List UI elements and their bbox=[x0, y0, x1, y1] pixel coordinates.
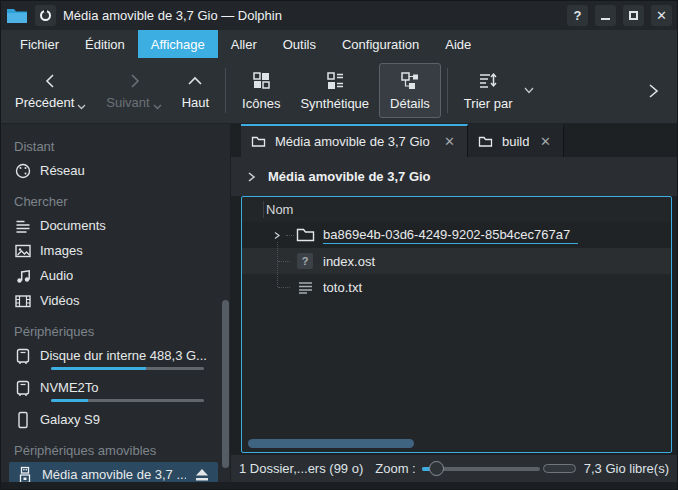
unknown-file-icon: ? bbox=[295, 252, 315, 270]
sort-icon bbox=[477, 70, 499, 92]
menu-edition[interactable]: Édition bbox=[72, 30, 138, 58]
sidebar-item-reseau[interactable]: Réseau bbox=[1, 158, 230, 183]
compact-view-label: Synthétique bbox=[300, 96, 369, 111]
horizontal-scrollbar[interactable] bbox=[248, 439, 414, 448]
column-header-nom[interactable]: Nom bbox=[242, 197, 671, 222]
free-space-label: 7,3 Gio libre(s) bbox=[584, 461, 669, 476]
compact-view-button[interactable]: Synthétique bbox=[290, 58, 379, 123]
sidebar-item-media-amovible[interactable]: Média amovible de 3,7 ... bbox=[9, 462, 218, 482]
places-panel: Distant Réseau Chercher bbox=[1, 124, 231, 482]
sidebar-item-label: Galaxy S9 bbox=[40, 412, 100, 427]
toolbar: Précédent Suivant Haut bbox=[1, 58, 677, 124]
chevron-right-icon bbox=[645, 82, 661, 100]
sidebar-scrollbar[interactable] bbox=[222, 300, 229, 468]
titlebar: Média amovible de 3,7 Gio — Dolphin ? ✕ bbox=[1, 1, 677, 30]
chevron-right-icon[interactable] bbox=[247, 171, 257, 183]
main-pane: Média amovible de 3,7 Gio ✕ build ✕ bbox=[231, 124, 677, 482]
up-button[interactable]: Haut bbox=[172, 58, 219, 123]
folder-icon bbox=[295, 226, 315, 244]
image-icon bbox=[13, 241, 32, 260]
selection-summary: 1 Dossier,...ers (99 o) bbox=[239, 461, 363, 476]
menu-affichage[interactable]: Affichage bbox=[138, 30, 218, 58]
sidebar-item-label: Disque dur interne 488,3 G... bbox=[40, 348, 207, 363]
hard-drive-icon bbox=[13, 378, 32, 397]
caret-down-icon bbox=[77, 104, 86, 110]
hard-drive-icon bbox=[13, 346, 32, 365]
details-view-icon bbox=[399, 70, 421, 92]
window-bottom-edge bbox=[1, 482, 677, 489]
removable-media-window-icon[interactable] bbox=[35, 5, 56, 26]
sidebar-item-label: NVME2To bbox=[40, 380, 99, 395]
file-name[interactable]: ba869e4b-03d6-4249-9202-85b4cec767a7 bbox=[323, 227, 578, 244]
close-button[interactable]: ✕ bbox=[651, 5, 672, 26]
status-bar: 1 Dossier,...ers (99 o) Zoom : 7,3 Gio l… bbox=[231, 455, 677, 482]
back-label: Précédent bbox=[15, 95, 74, 110]
minimize-button[interactable] bbox=[595, 5, 616, 26]
breadcrumb-location[interactable]: Média amovible de 3,7 Gio bbox=[268, 169, 431, 184]
menu-configuration[interactable]: Configuration bbox=[329, 30, 432, 58]
compact-view-icon bbox=[324, 70, 346, 92]
sidebar-item-label: Vidéos bbox=[40, 293, 80, 308]
sidebar-item-label: Audio bbox=[40, 268, 73, 283]
file-row-folder[interactable]: ba869e4b-03d6-4249-9202-85b4cec767a7 bbox=[242, 222, 671, 248]
back-button[interactable]: Précédent bbox=[5, 58, 96, 123]
file-name[interactable]: index.ost bbox=[323, 254, 375, 269]
icons-view-button[interactable]: Icônes bbox=[232, 58, 290, 123]
zoom-label: Zoom : bbox=[375, 461, 415, 476]
details-view-button[interactable]: Détails bbox=[379, 63, 441, 118]
sidebar-item-images[interactable]: Images bbox=[1, 238, 230, 263]
text-file-icon bbox=[295, 278, 315, 296]
maximize-button[interactable] bbox=[623, 5, 644, 26]
sidebar-item-label: Images bbox=[40, 243, 83, 258]
tab-media-amovible[interactable]: Média amovible de 3,7 Gio ✕ bbox=[241, 124, 468, 157]
zoom-slider-knob[interactable] bbox=[429, 461, 444, 476]
phone-icon bbox=[13, 410, 32, 429]
sort-by-button[interactable]: Trier par bbox=[454, 58, 523, 123]
file-row-toto-txt[interactable]: toto.txt bbox=[242, 274, 671, 300]
sidebar-item-videos[interactable]: Vidéos bbox=[1, 288, 230, 313]
sidebar-item-audio[interactable]: Audio bbox=[1, 263, 230, 288]
sidebar-item-documents[interactable]: Documents bbox=[1, 213, 230, 238]
sort-by-label: Trier par bbox=[464, 96, 513, 111]
window-title: Média amovible de 3,7 Gio — Dolphin bbox=[63, 8, 560, 23]
maximize-icon bbox=[629, 11, 638, 20]
tree-branch-line bbox=[286, 235, 294, 236]
app-body: Distant Réseau Chercher bbox=[1, 124, 677, 482]
minimize-icon bbox=[601, 18, 610, 20]
file-name[interactable]: toto.txt bbox=[323, 280, 362, 295]
chevron-up-icon bbox=[185, 71, 205, 91]
usb-drive-icon bbox=[15, 465, 34, 482]
sort-caret-down-icon[interactable] bbox=[524, 87, 534, 94]
tree-branch-line bbox=[277, 242, 278, 287]
dolphin-app-folder-icon bbox=[6, 7, 28, 24]
disk-usage-bar bbox=[51, 367, 204, 370]
menu-aide[interactable]: Aide bbox=[432, 30, 484, 58]
chevron-left-icon bbox=[41, 71, 61, 91]
section-peripheriques: Périphériques bbox=[1, 319, 230, 343]
menu-outils[interactable]: Outils bbox=[270, 30, 329, 58]
folder-icon bbox=[478, 135, 493, 148]
document-lines-icon bbox=[13, 216, 32, 235]
tab-close-icon[interactable]: ✕ bbox=[442, 134, 457, 149]
tab-build[interactable]: build ✕ bbox=[468, 124, 564, 157]
help-button[interactable]: ? bbox=[567, 5, 588, 26]
toolbar-overflow-button[interactable] bbox=[633, 76, 673, 106]
file-view[interactable]: Nom ba869e4b-03d6-4249-9202-85b4cec767a7 bbox=[241, 196, 672, 453]
forward-button[interactable]: Suivant bbox=[96, 58, 171, 123]
menu-fichier[interactable]: Fichier bbox=[7, 30, 72, 58]
sidebar-item-nvme2to[interactable]: NVME2To bbox=[1, 375, 230, 407]
sidebar-item-label: Documents bbox=[40, 218, 106, 233]
eject-icon[interactable] bbox=[194, 468, 210, 482]
tab-close-icon[interactable]: ✕ bbox=[538, 134, 553, 149]
sidebar-item-disque-dur-interne[interactable]: Disque dur interne 488,3 G... bbox=[1, 343, 230, 375]
zoom-slider[interactable] bbox=[422, 460, 540, 477]
tree-branch-line bbox=[278, 261, 290, 262]
file-row-index-ost[interactable]: ? index.ost bbox=[242, 248, 671, 274]
expander-chevron-icon[interactable] bbox=[268, 231, 286, 240]
free-space-capacity-bar bbox=[543, 464, 576, 473]
toolbar-separator bbox=[447, 68, 448, 113]
section-distant: Distant bbox=[1, 134, 230, 158]
folder-icon bbox=[251, 135, 266, 148]
menu-aller[interactable]: Aller bbox=[218, 30, 270, 58]
sidebar-item-galaxy-s9[interactable]: Galaxy S9 bbox=[1, 407, 230, 432]
